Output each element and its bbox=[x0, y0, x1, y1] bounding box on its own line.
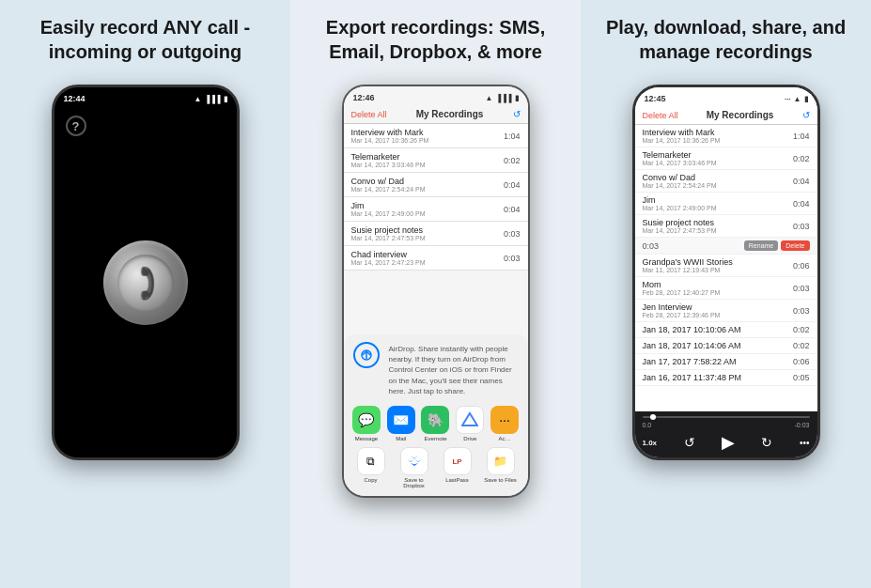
status-time-3: 12:45 bbox=[645, 94, 666, 103]
share-app-drive[interactable]: Drive bbox=[453, 406, 487, 441]
status-time-2: 12:46 bbox=[353, 93, 375, 102]
files-action-icon: 📁 bbox=[487, 447, 515, 475]
share-apps-row: 💬 Message ✉️ Mail 🐘 Evernote bbox=[350, 406, 522, 441]
airdrop-area: AirDrop. Share instantly with people nea… bbox=[350, 342, 522, 406]
share-app-evernote[interactable]: 🐘 Evernote bbox=[418, 406, 452, 441]
svg-marker-4 bbox=[462, 413, 477, 426]
manage-screen: 12:45 ··· ▲ ▮ Delete All My Recordings ↺… bbox=[635, 87, 817, 457]
phone-icon: 📞 bbox=[124, 262, 166, 304]
playback-speed[interactable]: 1.0x bbox=[643, 439, 658, 447]
more-app-icon: ··· bbox=[490, 406, 519, 434]
share-actions-row: ⧉ Copy Save to Dropbox bbox=[350, 447, 522, 488]
share-app-mail[interactable]: ✉️ Mail bbox=[384, 406, 418, 441]
status-icons-3: ··· ▲ ▮ bbox=[785, 95, 808, 103]
list-item[interactable]: Jan 18, 2017 10:14:06 AM 0:02 bbox=[635, 338, 817, 354]
recordings-title-2: My Recordings bbox=[416, 109, 484, 119]
share-sheet: AirDrop. Share instantly with people nea… bbox=[344, 334, 528, 496]
rewind-button[interactable]: ↺ bbox=[684, 435, 695, 450]
battery-icon-2: ▮ bbox=[515, 94, 519, 102]
panel-export: Export recordings: SMS, Email, Dropbox, … bbox=[290, 0, 581, 588]
list-item[interactable]: Mom Feb 28, 2017 12:40:27 PM 0:03 bbox=[635, 277, 817, 300]
signal-icon: ▐▐▐ bbox=[204, 95, 220, 103]
list-item[interactable]: Telemarketer Mar 14, 2017 3:03:46 PM 0:0… bbox=[344, 148, 528, 173]
share-action-files[interactable]: 📁 Save to Files bbox=[484, 447, 518, 488]
record-button[interactable]: 📞 bbox=[103, 240, 188, 325]
list-item[interactable]: Jim Mar 14, 2017 2:49:00 PM 0:04 bbox=[344, 197, 528, 222]
forward-button[interactable]: ↻ bbox=[761, 435, 772, 450]
copy-action-icon: ⧉ bbox=[357, 447, 385, 475]
phone-frame-3: 12:45 ··· ▲ ▮ Delete All My Recordings ↺… bbox=[632, 85, 820, 460]
svg-marker-5 bbox=[411, 456, 418, 459]
list-item[interactable]: Interview with Mark Mar 14, 2017 10:36:2… bbox=[635, 125, 817, 147]
panel-1-title: Easily record ANY call - incoming or out… bbox=[11, 15, 279, 71]
delete-button[interactable]: Delete bbox=[781, 240, 809, 251]
delete-all-btn-3[interactable]: Delete All bbox=[643, 111, 678, 120]
share-action-lastpass[interactable]: LP LastPass bbox=[441, 447, 474, 488]
progress-end: -0:03 bbox=[795, 422, 810, 428]
mail-app-icon: ✉️ bbox=[387, 406, 415, 434]
list-item[interactable]: Susie project notes Mar 14, 2017 2:47:53… bbox=[344, 222, 528, 246]
panel-2-title: Export recordings: SMS, Email, Dropbox, … bbox=[302, 15, 569, 71]
lastpass-action-icon: LP bbox=[443, 447, 472, 475]
status-time-1: 12:44 bbox=[64, 94, 86, 103]
svg-marker-8 bbox=[411, 463, 418, 466]
delete-all-btn-2[interactable]: Delete All bbox=[351, 110, 387, 119]
mail-app-label: Mail bbox=[396, 436, 406, 441]
svg-marker-6 bbox=[407, 459, 414, 462]
progress-thumb[interactable] bbox=[650, 414, 656, 420]
status-bar-3: 12:45 ··· ▲ ▮ bbox=[635, 87, 817, 108]
progress-start: 0.0 bbox=[643, 422, 652, 428]
recordings-list-2: Interview with Mark Mar 14, 2017 10:36:2… bbox=[344, 124, 528, 271]
phone-frame-1: 12:44 ▲ ▐▐▐ ▮ ? 📞 bbox=[52, 85, 240, 460]
manage-title: My Recordings bbox=[707, 110, 774, 120]
share-app-message[interactable]: 💬 Message bbox=[350, 406, 383, 441]
record-inner: 📞 bbox=[117, 255, 174, 311]
list-item[interactable]: Chad interview Mar 14, 2017 2:47:23 PM 0… bbox=[344, 246, 528, 271]
refresh-btn-2[interactable]: ↺ bbox=[513, 109, 521, 119]
wifi-icon: ▲ bbox=[194, 95, 202, 103]
share-app-more[interactable]: ··· Ac… bbox=[488, 406, 521, 441]
panel-3-title: Play, download, share, and manage record… bbox=[592, 15, 860, 71]
dots-icon: ··· bbox=[785, 95, 791, 103]
list-item[interactable]: Convo w/ Dad Mar 14, 2017 2:54:24 PM 0:0… bbox=[635, 170, 817, 193]
list-item[interactable]: Jan 17, 2017 7:58:22 AM 0:06 bbox=[635, 354, 817, 370]
list-item[interactable]: Convo w/ Dad Mar 14, 2017 2:54:24 PM 0:0… bbox=[344, 173, 528, 197]
playback-bar: 0.0 -0:03 1.0x ↺ ▶ ↻ ••• bbox=[635, 411, 817, 457]
battery-icon: ▮ bbox=[224, 95, 227, 103]
list-item[interactable]: Jan 16, 2017 11:37:48 PM 0:05 bbox=[635, 370, 817, 386]
more-button[interactable]: ••• bbox=[800, 438, 810, 448]
progress-track[interactable] bbox=[643, 416, 810, 418]
phone-frame-2: 12:46 ▲ ▐▐▐ ▮ Delete All My Recordings ↺… bbox=[342, 85, 530, 498]
play-button[interactable]: ▶ bbox=[722, 432, 735, 453]
list-item[interactable]: Jen Interview Feb 28, 2017 12:39:46 PM 0… bbox=[635, 300, 817, 322]
airdrop-icon bbox=[353, 342, 380, 368]
copy-action-label: Copy bbox=[364, 477, 377, 483]
share-action-dropbox[interactable]: Save to Dropbox bbox=[397, 447, 431, 488]
list-item[interactable]: Jan 18, 2017 10:10:06 AM 0:02 bbox=[635, 322, 817, 338]
list-item[interactable]: Jim Mar 14, 2017 2:49:00 PM 0:04 bbox=[635, 193, 817, 215]
evernote-app-icon: 🐘 bbox=[421, 406, 449, 434]
files-action-label: Save to Files bbox=[484, 477, 517, 483]
active-recording-item[interactable]: 0:03 Rename Delete bbox=[635, 238, 817, 255]
lastpass-action-label: LastPass bbox=[445, 477, 469, 483]
manage-header: Delete All My Recordings ↺ bbox=[635, 108, 817, 125]
progress-labels: 0.0 -0:03 bbox=[643, 422, 810, 428]
refresh-btn-3[interactable]: ↺ bbox=[802, 110, 810, 120]
list-item[interactable]: Interview with Mark Mar 14, 2017 10:36:2… bbox=[344, 124, 528, 148]
playback-controls: 1.0x ↺ ▶ ↻ ••• bbox=[643, 432, 810, 453]
evernote-app-label: Evernote bbox=[424, 436, 446, 441]
airdrop-text: AirDrop. Share instantly with people nea… bbox=[385, 342, 519, 402]
message-app-label: Message bbox=[355, 436, 378, 441]
rename-button[interactable]: Rename bbox=[744, 240, 778, 251]
list-item[interactable]: Telemarketer Mar 14, 2017 3:03:46 PM 0:0… bbox=[635, 147, 817, 170]
recording-screen: 12:44 ▲ ▐▐▐ ▮ ? 📞 bbox=[54, 87, 237, 457]
message-app-icon: 💬 bbox=[352, 406, 381, 434]
list-item[interactable]: Susie project notes Mar 14, 2017 2:47:53… bbox=[635, 215, 817, 238]
wifi-icon-3: ▲ bbox=[794, 95, 801, 103]
share-action-copy[interactable]: ⧉ Copy bbox=[354, 447, 388, 488]
list-item[interactable]: Grandpa's WWII Stories Mar 11, 2017 12:1… bbox=[635, 255, 817, 277]
dropbox-action-label: Save to Dropbox bbox=[397, 477, 431, 488]
help-button[interactable]: ? bbox=[66, 116, 86, 136]
status-bar-2: 12:46 ▲ ▐▐▐ ▮ bbox=[344, 86, 528, 107]
recordings-header-2: Delete All My Recordings ↺ bbox=[344, 107, 528, 124]
